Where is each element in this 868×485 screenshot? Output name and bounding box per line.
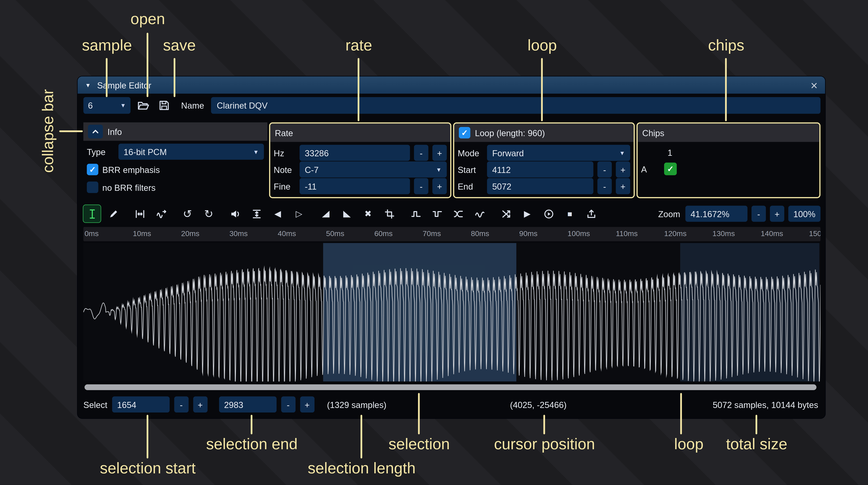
type-dropdown[interactable]: 16-bit PCM ▼ — [118, 143, 264, 160]
fine-minus-button[interactable]: - — [414, 178, 429, 194]
chips-header: Chips — [638, 124, 819, 142]
name-input[interactable]: Clarinet DQV — [211, 97, 820, 114]
close-icon[interactable]: × — [810, 79, 818, 91]
annotation-line — [358, 58, 359, 121]
hz-label: Hz — [274, 148, 296, 158]
zoom-reset-button[interactable]: 100% — [788, 206, 820, 222]
open-button[interactable] — [135, 97, 151, 114]
status-bar: Select 1654 - + 2983 - + (1329 samples) … — [78, 394, 825, 415]
selection-start-minus-button[interactable]: - — [174, 396, 189, 413]
brr-emphasis-checkbox[interactable]: ✓ — [87, 164, 98, 175]
loop-body: Mode Forward ▼ Start 4112 - + End — [454, 142, 633, 197]
hz-input[interactable]: 33286 — [300, 145, 410, 161]
annotation-selection-length: selection length — [308, 460, 415, 478]
loop-end-value: 5072 — [492, 181, 512, 191]
loop-section: ✓ Loop (length: 960) Mode Forward ▼ Star… — [453, 122, 635, 198]
loop-start-minus-button[interactable]: - — [597, 161, 612, 177]
zoom-out-button[interactable]: - — [751, 206, 766, 222]
loop-start-input[interactable]: 4112 — [487, 161, 593, 177]
scrollbar-thumb[interactable] — [85, 384, 816, 390]
selection-end-plus-button[interactable]: + — [300, 396, 314, 413]
annotation-line — [680, 393, 682, 434]
selection-start-input[interactable]: 1654 — [112, 396, 169, 413]
total-size-text: 5072 samples, 10144 bytes — [713, 400, 818, 409]
selection-start-plus-button[interactable]: + — [193, 396, 208, 413]
note-dropdown[interactable]: C-7 ▼ — [300, 161, 447, 177]
waveform-canvas[interactable] — [83, 243, 820, 382]
fade-out-button[interactable] — [338, 205, 355, 222]
zoom-value: 41.1672% — [690, 209, 730, 219]
no-brr-filters-checkbox[interactable]: ✓ — [87, 182, 98, 193]
annotation-cursor-position: cursor position — [494, 435, 595, 453]
reverse-button[interactable]: ◀ — [269, 205, 286, 222]
open-folder-icon — [137, 100, 149, 111]
fine-plus-button[interactable]: + — [432, 178, 447, 194]
fine-input[interactable]: -11 — [300, 178, 410, 194]
hz-plus-button[interactable]: + — [432, 145, 447, 161]
ruler-tick: 10ms — [133, 229, 151, 238]
chip-enable-checkbox[interactable]: ✓ — [664, 163, 677, 175]
waveform-view[interactable] — [83, 243, 820, 382]
loop-end-plus-button[interactable]: + — [616, 178, 630, 194]
hz-minus-button[interactable]: - — [414, 145, 429, 161]
ruler-tick: 150 — [809, 229, 820, 238]
window-collapse-icon[interactable]: ▼ — [85, 82, 91, 88]
edit-cursor-button[interactable] — [83, 205, 100, 222]
brr-emphasis-label: BRR emphasis — [102, 165, 160, 174]
zoom-input[interactable]: 41.1672% — [685, 206, 747, 222]
stop-preview-button[interactable]: ■ — [561, 205, 579, 222]
fade-out-icon — [341, 208, 352, 219]
draw-button[interactable] — [105, 205, 122, 222]
mode-label: Mode — [458, 148, 483, 158]
fade-in-icon — [320, 208, 331, 219]
desktop-background: sample open save rate loop chips collaps… — [0, 0, 868, 485]
amplify-button[interactable] — [226, 205, 244, 222]
resize-button[interactable] — [131, 205, 148, 222]
filter-button[interactable] — [471, 205, 488, 222]
sample-number-dropdown[interactable]: 6 ▼ — [83, 97, 130, 114]
loop-end-minus-button[interactable]: - — [597, 178, 612, 194]
ruler-tick: 140ms — [761, 229, 783, 238]
save-disk-icon — [158, 100, 169, 111]
fade-in-button[interactable] — [317, 205, 334, 222]
loop-start-plus-button[interactable]: + — [616, 161, 630, 177]
edit-cursor-icon — [87, 208, 97, 219]
rate-header-label: Rate — [275, 128, 293, 137]
resample-button[interactable] — [152, 205, 169, 222]
toolbar-icons: ↺↻◀▷✖▶■ — [83, 205, 600, 222]
note-value: C-7 — [305, 165, 318, 174]
insert-silence-button[interactable] — [407, 205, 424, 222]
export-button[interactable] — [582, 205, 600, 222]
delete-button[interactable]: ✖ — [359, 205, 376, 222]
ruler-tick: 110ms — [616, 229, 638, 238]
selection-end-minus-button[interactable]: - — [281, 396, 296, 413]
sample-row: 6 ▼ Name Clarinet DQV — [78, 94, 825, 118]
undo-button[interactable]: ↺ — [179, 205, 196, 222]
loop-header: ✓ Loop (length: 960) — [454, 124, 633, 142]
invert-icon: ▷ — [296, 208, 302, 219]
annotation-line — [361, 415, 362, 458]
info-section: Info Type 16-bit PCM ▼ ✓ BRR emphasis — [83, 122, 267, 198]
chips-header-label: Chips — [642, 128, 664, 137]
crossfade-button[interactable] — [450, 205, 467, 222]
info-header: Info — [83, 122, 267, 141]
preview-selection-button[interactable] — [540, 205, 557, 222]
apply-silence-button[interactable] — [429, 205, 446, 222]
redo-button[interactable]: ↻ — [200, 205, 217, 222]
title-bar: ▼ Sample Editor × — [78, 76, 825, 94]
resample-icon — [156, 208, 166, 219]
preview-button[interactable]: ▶ — [519, 205, 536, 222]
zoom-in-button[interactable]: + — [770, 206, 784, 222]
invert-button[interactable]: ▷ — [290, 205, 308, 222]
save-button[interactable] — [156, 97, 172, 114]
selection-end-input[interactable]: 2983 — [219, 396, 276, 413]
normalize-button[interactable] — [248, 205, 265, 222]
trim-button[interactable] — [381, 205, 398, 222]
swap-channels-button[interactable] — [497, 205, 515, 222]
selection-start-value: 1654 — [117, 400, 136, 409]
loop-mode-dropdown[interactable]: Forward ▼ — [487, 145, 630, 161]
collapse-info-button[interactable] — [88, 125, 103, 138]
rate-body: Hz 33286 - + Note C-7 ▼ Fine - — [270, 142, 450, 197]
loop-enabled-checkbox[interactable]: ✓ — [459, 127, 470, 138]
loop-end-input[interactable]: 5072 — [487, 178, 593, 194]
